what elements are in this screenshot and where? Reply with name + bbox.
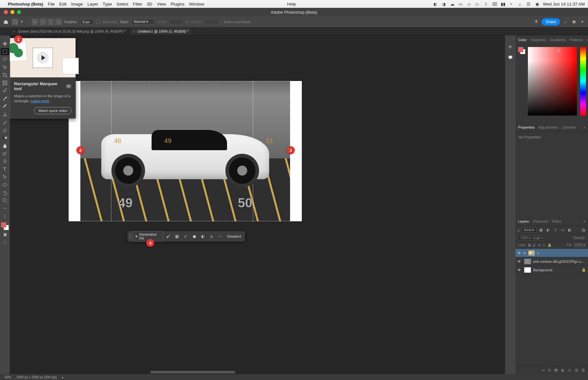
lock-transparent-icon[interactable]: ▦ — [528, 243, 531, 247]
status-cc-icon[interactable]: ☁ — [449, 1, 455, 7]
status-search-icon[interactable]: ⌕ — [517, 1, 523, 7]
foreground-background-colors[interactable] — [1, 222, 9, 230]
group-icon[interactable]: 🗀 — [568, 368, 572, 372]
panel-menu-icon[interactable]: ≡ — [583, 219, 585, 223]
search-icon[interactable]: ⌕ — [517, 228, 520, 232]
document-dimensions[interactable]: 1800 px x 1080 px (300 ppi) — [16, 375, 57, 379]
document-canvas[interactable]: 48 49 51 49 50 — [69, 81, 302, 221]
screen-mode-icon[interactable]: ⬚ — [1, 239, 9, 246]
menu-file[interactable]: File — [48, 2, 55, 7]
minimize-window-button[interactable] — [10, 10, 14, 14]
blend-mode-select[interactable]: Pass Through ▾ — [518, 235, 546, 240]
swap-wh-icon[interactable]: ⇄ — [186, 20, 188, 24]
menu-type[interactable]: Type — [103, 2, 112, 7]
menu-view[interactable]: View — [157, 2, 166, 7]
more-tools[interactable]: ⋯ — [1, 205, 9, 212]
menu-edit[interactable]: Edit — [59, 2, 66, 7]
tab-adjustments[interactable]: Adjustments — [538, 125, 558, 129]
color-picker-cursor-icon[interactable] — [557, 49, 561, 52]
move-tool[interactable] — [1, 40, 9, 47]
edit-toolbar[interactable]: ⋮ — [1, 213, 9, 220]
selection-new-icon[interactable]: ▪ — [32, 19, 38, 25]
blur-tool[interactable] — [1, 142, 9, 149]
link-layers-icon[interactable]: ⇔ — [542, 368, 545, 372]
filter-toggle-icon[interactable]: ⏻ — [581, 228, 586, 233]
status-bluetooth-icon[interactable]: ᛒ — [483, 1, 489, 7]
visibility-icon[interactable]: 👁 — [517, 251, 522, 255]
object-selection-tool[interactable] — [1, 64, 9, 71]
history-panel-icon[interactable]: ⟳ — [506, 43, 514, 51]
tab-libraries[interactable]: Libraries — [562, 125, 576, 129]
antialias-checkbox[interactable] — [96, 20, 100, 24]
tab-channels[interactable]: Channels — [533, 219, 548, 223]
hue-slider[interactable] — [580, 47, 586, 116]
lock-icon[interactable]: 🔒 — [581, 268, 586, 272]
visibility-icon[interactable]: 👁 — [517, 268, 522, 272]
document-tab-2[interactable]: × Untitled-1 @ 100% (1, RGB/8) * — [130, 27, 192, 35]
layer-filter-kind[interactable]: Kind ▾ — [522, 227, 536, 233]
menu-image[interactable]: Image — [71, 2, 83, 7]
status-folder-icon[interactable]: ▭ — [458, 1, 463, 7]
status-battery-icon[interactable]: ▮▮ — [500, 1, 506, 7]
zoom-window-button[interactable] — [17, 10, 21, 14]
frame-tool[interactable] — [1, 79, 9, 87]
gradient-tool[interactable] — [1, 134, 9, 141]
adjustment-layer-icon[interactable]: ◐ — [561, 368, 564, 372]
layer-row-background[interactable]: 👁 Background 🔒 — [515, 266, 588, 274]
select-and-mask-button[interactable]: Select and Mask... — [224, 20, 253, 24]
app-name[interactable]: Photoshop (Beta) — [8, 2, 43, 7]
filter-adjust-icon[interactable]: ◐ — [546, 228, 551, 233]
ctx-fill-icon[interactable]: ◆ — [208, 232, 215, 240]
menu-filter[interactable]: Filter — [133, 2, 142, 7]
zoom-tool[interactable] — [1, 197, 9, 204]
comments-panel-icon[interactable]: 💬 — [506, 54, 514, 61]
horizontal-scrollbar[interactable] — [150, 371, 235, 373]
crop-tool[interactable] — [1, 71, 9, 79]
home-icon[interactable] — [3, 19, 9, 25]
lasso-tool[interactable] — [1, 56, 9, 63]
ctx-mask-icon[interactable]: ◼ — [191, 232, 198, 240]
color-saturation-box[interactable] — [528, 47, 577, 116]
eyedropper-tool[interactable] — [1, 87, 9, 94]
menu-select[interactable]: Select — [117, 2, 128, 7]
eraser-tool[interactable] — [1, 126, 9, 134]
taskbar-drag-handle[interactable] — [129, 233, 131, 239]
expand-icon[interactable]: ▸ — [524, 251, 526, 255]
learn-more-link[interactable]: Learn more — [31, 99, 49, 103]
filter-type-icon[interactable]: T — [553, 228, 558, 233]
menu-window[interactable]: Window — [189, 2, 204, 7]
close-window-button[interactable] — [4, 10, 8, 14]
layer-mask-icon[interactable]: ◩ — [554, 368, 558, 372]
status-siri-icon[interactable]: ◉ — [534, 1, 540, 7]
opacity-input[interactable]: 100% ▾ — [518, 235, 533, 240]
status-airdrop-icon[interactable]: ◇ — [466, 1, 472, 7]
layer-name[interactable]: erik-mclean-dbLgODXOPgo-unsplash — [533, 260, 586, 263]
history-brush-tool[interactable] — [1, 119, 9, 126]
tab-properties[interactable]: Properties — [518, 125, 534, 129]
filter-smart-icon[interactable]: ◧ — [567, 228, 572, 233]
type-tool[interactable]: T — [1, 166, 9, 173]
status-play-icon[interactable]: ▷ — [475, 1, 480, 7]
color-swatch-pair[interactable] — [518, 47, 525, 54]
close-tab-icon[interactable]: × — [133, 29, 135, 33]
layer-row-group[interactable]: 👁 ▸ 📁 1 — [515, 249, 588, 257]
layer-name[interactable]: 1 — [537, 251, 586, 255]
canvas-area[interactable]: Rectangular Marquee tool M Makes a selec… — [10, 35, 505, 374]
lock-artboard-icon[interactable]: ▢ — [543, 243, 546, 247]
tab-swatches[interactable]: Swatches — [531, 38, 546, 42]
search-icon[interactable]: ⌕ — [563, 19, 568, 25]
lock-position-icon[interactable]: ⊕ — [538, 243, 541, 247]
status-wifi-icon[interactable]: ᯤ — [509, 1, 514, 7]
brush-tool[interactable] — [1, 103, 9, 110]
selection-subtract-icon[interactable]: ▫ — [47, 19, 54, 25]
ctx-more-icon[interactable]: ⋯ — [217, 232, 224, 240]
filter-pixel-icon[interactable]: ▦ — [538, 228, 544, 233]
current-tool-preset[interactable] — [12, 19, 18, 25]
selection-intersect-icon[interactable]: ▫ — [55, 19, 62, 25]
pen-tool[interactable] — [1, 158, 9, 165]
tab-layers[interactable]: Layers — [518, 219, 529, 223]
selection-add-icon[interactable]: ▫ — [40, 19, 46, 25]
rectangular-marquee-tool[interactable] — [1, 48, 9, 55]
close-tab-icon[interactable]: × — [13, 29, 15, 33]
play-icon[interactable] — [37, 52, 49, 64]
